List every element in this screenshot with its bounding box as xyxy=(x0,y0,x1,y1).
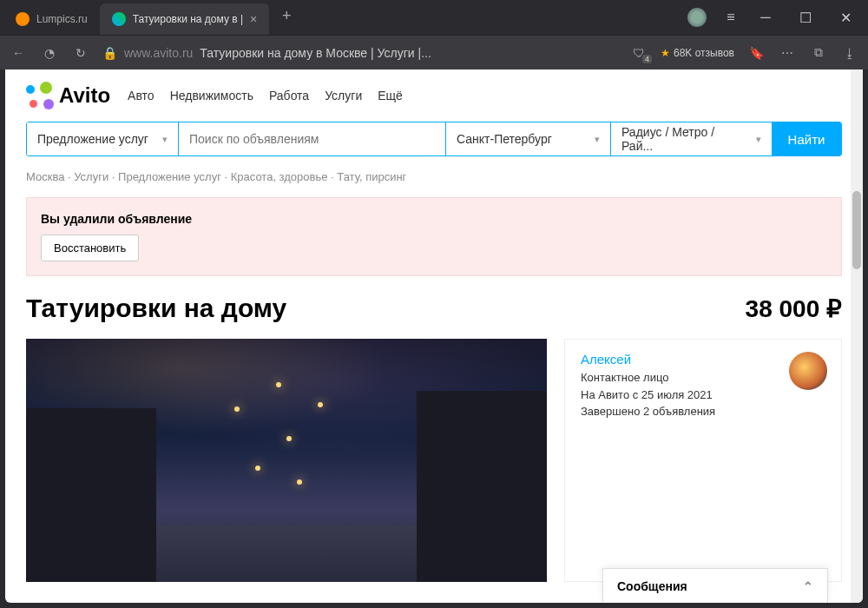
page-viewport: Avito Авто Недвижимость Работа Услуги Ещ… xyxy=(5,69,863,603)
radius-value: Радиус / Метро / Рай... xyxy=(621,125,747,153)
scroll-thumb[interactable] xyxy=(852,191,861,269)
messages-panel[interactable]: Сообщения ⌃ xyxy=(602,568,828,603)
menu-icon[interactable]: ≡ xyxy=(715,10,746,25)
more-icon[interactable]: ⋯ xyxy=(778,46,797,60)
crumb[interactable]: Услуги xyxy=(74,170,108,183)
close-icon[interactable]: × xyxy=(250,12,257,26)
address-field[interactable]: 🔒 www.avito.ru Татуировки на дому в Моск… xyxy=(102,46,617,60)
reviews-count: 68K отзывов xyxy=(674,47,734,59)
search-button[interactable]: Найти xyxy=(772,122,841,155)
nav-services[interactable]: Услуги xyxy=(325,89,362,102)
city-value: Санкт-Петербург xyxy=(457,132,552,146)
nav-job[interactable]: Работа xyxy=(269,89,309,102)
favicon-lumpics xyxy=(16,12,30,26)
seller-name[interactable]: Алексей xyxy=(581,352,825,367)
bookmark-icon[interactable]: 🔖 xyxy=(746,46,766,60)
url-domain: www.avito.ru xyxy=(124,46,193,60)
seller-avatar[interactable] xyxy=(789,352,827,390)
breadcrumb: Москва · Услуги · Предложение услуг · Кр… xyxy=(26,170,842,183)
item-price: 38 000 ₽ xyxy=(746,294,842,323)
favicon-avito xyxy=(112,12,126,26)
category-value: Предложение услуг xyxy=(37,132,148,146)
crumb[interactable]: Предложение услуг xyxy=(118,170,221,183)
city-select[interactable]: Санкт-Петербург ▾ xyxy=(446,122,611,155)
tab-title: Татуировки на дому в | xyxy=(133,13,243,25)
item-title: Татуировки на дому xyxy=(26,294,286,323)
nav-realty[interactable]: Недвижимость xyxy=(170,89,253,102)
window-controls: ─ ☐ ✕ xyxy=(746,3,865,31)
extension-reviews[interactable]: ★ 68K отзывов xyxy=(661,47,734,59)
crumb[interactable]: Красота, здоровье xyxy=(231,170,328,183)
category-select[interactable]: Предложение услуг ▾ xyxy=(27,122,179,155)
tab-title: Lumpics.ru xyxy=(36,13,88,25)
profile-avatar[interactable] xyxy=(687,8,707,27)
header-row: Avito Авто Недвижимость Работа Услуги Ещ… xyxy=(26,82,842,109)
search-bar: Предложение услуг ▾ Санкт-Петербург ▾ Ра… xyxy=(26,122,842,156)
restore-button[interactable]: Восстановить xyxy=(41,235,139,261)
crumb[interactable]: Москва xyxy=(26,170,64,183)
reload-button[interactable]: ↻ xyxy=(71,46,90,60)
item-body: Алексей Контактное лицо На Авито с 25 ию… xyxy=(26,339,842,582)
shield-icon[interactable]: 🛡 xyxy=(629,46,648,60)
search-input[interactable] xyxy=(189,132,435,146)
minimize-button[interactable]: ─ xyxy=(746,3,785,31)
chevron-down-icon: ▾ xyxy=(162,134,168,145)
search-field[interactable] xyxy=(179,122,446,155)
seller-done: Завершено 2 объявления xyxy=(581,403,825,420)
chevron-down-icon: ▾ xyxy=(756,134,761,145)
tab-strip: Lumpics.ru Татуировки на дому в | × + xyxy=(3,3,679,35)
star-icon: ★ xyxy=(661,47,670,59)
url-bar: ← ◔ ↻ 🔒 www.avito.ru Татуировки на дому … xyxy=(0,35,868,69)
seller-since: На Авито с 25 июля 2021 xyxy=(581,387,825,404)
close-button[interactable]: ✕ xyxy=(826,3,865,31)
seller-card: Алексей Контактное лицо На Авито с 25 ию… xyxy=(564,339,842,582)
downloads-icon[interactable]: ⭳ xyxy=(840,46,859,60)
radius-select[interactable]: Радиус / Метро / Рай... ▾ xyxy=(611,122,772,155)
top-nav: Авто Недвижимость Работа Услуги Ещё xyxy=(128,89,403,102)
tab-avito[interactable]: Татуировки на дому в | × xyxy=(100,3,270,35)
notice-title: Вы удалили объявление xyxy=(41,212,827,226)
new-tab-button[interactable]: + xyxy=(274,3,299,28)
avito-logo[interactable]: Avito xyxy=(26,82,110,109)
messages-label: Сообщения xyxy=(617,579,687,593)
maximize-button[interactable]: ☐ xyxy=(786,3,825,31)
lock-icon: 🔒 xyxy=(102,46,117,60)
scrollbar[interactable] xyxy=(851,69,863,603)
url-page-title: Татуировки на дому в Москве | Услуги |..… xyxy=(200,46,431,60)
extensions-icon[interactable]: ⧉ xyxy=(809,45,828,60)
back-button[interactable]: ← xyxy=(9,46,28,60)
deleted-notice: Вы удалили объявление Восстановить xyxy=(26,197,842,276)
logo-text: Avito xyxy=(59,83,110,108)
crumb[interactable]: Тату, пирсинг xyxy=(337,170,406,183)
chevron-up-icon: ⌃ xyxy=(803,579,813,593)
yandex-icon[interactable]: ◔ xyxy=(40,46,59,60)
item-header: Татуировки на дому 38 000 ₽ xyxy=(26,294,842,323)
chevron-down-icon: ▾ xyxy=(595,134,600,145)
item-gallery[interactable] xyxy=(26,339,547,582)
nav-more[interactable]: Ещё xyxy=(378,89,403,102)
logo-icon xyxy=(26,82,54,109)
browser-titlebar: Lumpics.ru Татуировки на дому в | × + ≡ … xyxy=(0,0,868,35)
nav-auto[interactable]: Авто xyxy=(128,89,155,102)
tab-lumpics[interactable]: Lumpics.ru xyxy=(3,3,100,35)
